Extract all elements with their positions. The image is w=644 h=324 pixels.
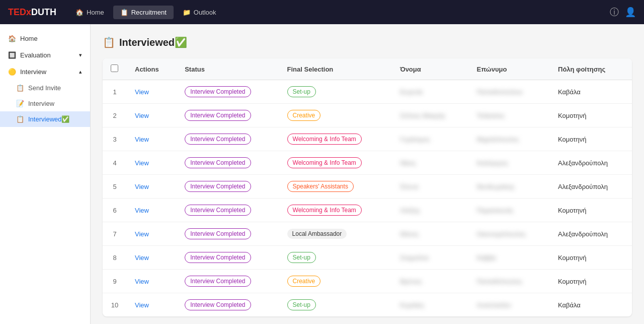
- status-badge: Interview Completed: [185, 110, 251, 121]
- row-number: 6: [103, 199, 127, 222]
- col-status: Status: [177, 58, 279, 80]
- chevron-up-icon: ▴: [79, 69, 82, 75]
- view-link[interactable]: View: [135, 183, 149, 190]
- row-first-name: Νίκος: [392, 151, 469, 175]
- status-badge: Interview Completed: [185, 299, 251, 310]
- view-link[interactable]: View: [135, 230, 149, 238]
- table-container: Actions Status Final Selection Όνομα Επώ…: [103, 58, 632, 316]
- view-link[interactable]: View: [135, 207, 149, 214]
- sidebar-send-invite-label: Send Invite: [28, 84, 61, 92]
- send-invite-icon: 📋: [16, 84, 24, 92]
- row-city: Καβάλα: [550, 293, 632, 317]
- nav-recruitment[interactable]: 📋 Recruitment: [113, 6, 174, 19]
- selection-badge: Set-up: [287, 86, 316, 97]
- row-first-name: Έλενα: [392, 175, 469, 199]
- table-row: 4 View Interview Completed Welcoming & I…: [103, 151, 632, 175]
- row-first-name: Ευγενία: [392, 80, 469, 104]
- sidebar-item-send-invite[interactable]: 📋 Send Invite: [0, 80, 90, 96]
- selection-badge: Welcoming & Info Team: [287, 157, 362, 168]
- row-number: 9: [103, 270, 127, 293]
- row-city: Κομοτηνή: [550, 127, 632, 151]
- logo[interactable]: TEDx DUTH: [8, 7, 56, 18]
- row-number: 8: [103, 246, 127, 270]
- selection-badge: Creative: [287, 110, 321, 121]
- row-city: Κομοτηνή: [550, 270, 632, 293]
- row-city: Καβάλα: [550, 80, 632, 104]
- row-first-name: Κυριάκη: [392, 293, 469, 317]
- view-link[interactable]: View: [135, 136, 149, 143]
- row-number: 1: [103, 80, 127, 104]
- logo-duth: DUTH: [31, 7, 56, 18]
- row-first-name: Αλέξης: [392, 199, 469, 222]
- row-actions: View: [127, 293, 177, 317]
- row-selection: Set-up: [279, 246, 392, 270]
- row-last-name: Παπαδόπουλος: [468, 270, 550, 293]
- status-badge: Interview Completed: [185, 157, 251, 168]
- sidebar-interviewed-label: Interviewed✅: [28, 115, 69, 123]
- row-actions: View: [127, 199, 177, 222]
- row-status: Interview Completed: [177, 293, 279, 317]
- row-first-name: Βγένιος: [392, 270, 469, 293]
- view-link[interactable]: View: [135, 278, 149, 285]
- table-row: 5 View Interview Completed Speakers' Ass…: [103, 175, 632, 199]
- sidebar-item-interviewed[interactable]: 📋 Interviewed✅: [0, 111, 90, 127]
- nav-icons: ⓘ 👤: [610, 6, 636, 18]
- selection-badge: Welcoming & Info Team: [287, 205, 362, 216]
- nav-outlook[interactable]: 📁 Outlook: [176, 6, 223, 19]
- row-actions: View: [127, 80, 177, 104]
- col-last-name: Επώνυμο: [468, 58, 550, 80]
- status-badge: Interview Completed: [185, 205, 251, 216]
- user-icon[interactable]: 👤: [625, 7, 636, 18]
- view-link[interactable]: View: [135, 254, 149, 262]
- interviewed-table: Actions Status Final Selection Όνομα Επώ…: [103, 58, 632, 316]
- table-header-row: Actions Status Final Selection Όνομα Επώ…: [103, 58, 632, 80]
- row-status: Interview Completed: [177, 175, 279, 199]
- status-badge: Interview Completed: [185, 228, 251, 239]
- sidebar-item-evaluation[interactable]: 🔲 Evaluation ▾: [0, 47, 90, 63]
- sidebar-item-home[interactable]: 🏠 Home: [0, 30, 90, 47]
- row-city: Αλεξανδρούπολη: [550, 175, 632, 199]
- row-first-name: Γεράσιμος: [392, 127, 469, 151]
- table-row: 9 View Interview Completed Creative Βγέν…: [103, 270, 632, 293]
- top-nav-items: 🏠 Home 📋 Recruitment 📁 Outlook: [68, 6, 610, 19]
- sidebar: 🏠 Home 🔲 Evaluation ▾ 🟡 Interview ▴ 📋 Se…: [0, 24, 91, 324]
- table-row: 8 View Interview Completed Set-up Σταματ…: [103, 246, 632, 270]
- page-title-icon: 📋: [103, 36, 115, 48]
- row-last-name: Καλόγερος: [468, 151, 550, 175]
- col-final-selection: Final Selection: [279, 58, 392, 80]
- row-number: 10: [103, 293, 127, 317]
- view-link[interactable]: View: [135, 301, 149, 309]
- select-all-checkbox[interactable]: [111, 64, 118, 72]
- col-city: Πόλη φοίτησης: [550, 58, 632, 80]
- view-link[interactable]: View: [135, 88, 149, 96]
- row-last-name: Οικονομόπουλος: [468, 222, 550, 246]
- row-status: Interview Completed: [177, 127, 279, 151]
- row-actions: View: [127, 104, 177, 127]
- sidebar-home-label: Home: [20, 35, 38, 42]
- row-city: Κομοτηνή: [550, 199, 632, 222]
- row-actions: View: [127, 222, 177, 246]
- col-actions: Actions: [127, 58, 177, 80]
- sidebar-item-interview[interactable]: 🟡 Interview ▴: [0, 63, 90, 80]
- help-icon[interactable]: ⓘ: [610, 6, 619, 18]
- row-number: 7: [103, 222, 127, 246]
- row-selection: Welcoming & Info Team: [279, 199, 392, 222]
- row-last-name: Μιχαλόπουλος: [468, 127, 550, 151]
- sidebar-item-interview-sub[interactable]: 📝 Interview: [0, 96, 90, 111]
- selection-badge: Set-up: [287, 299, 316, 310]
- top-nav: TEDx DUTH 🏠 Home 📋 Recruitment 📁 Outlook…: [0, 0, 644, 24]
- status-badge: Interview Completed: [185, 252, 251, 263]
- status-badge: Interview Completed: [185, 181, 251, 192]
- row-number: 3: [103, 127, 127, 151]
- col-first-name: Όνομα: [392, 58, 469, 80]
- nav-home[interactable]: 🏠 Home: [68, 6, 111, 19]
- row-status: Interview Completed: [177, 222, 279, 246]
- row-city: Αλεξανδρούπολη: [550, 222, 632, 246]
- sidebar-interview-label: Interview: [20, 68, 46, 76]
- row-selection: Creative: [279, 104, 392, 127]
- row-selection: Set-up: [279, 293, 392, 317]
- view-link[interactable]: View: [135, 159, 149, 167]
- view-link[interactable]: View: [135, 112, 149, 119]
- row-last-name: Τσάκαλος: [468, 104, 550, 127]
- main-layout: 🏠 Home 🔲 Evaluation ▾ 🟡 Interview ▴ 📋 Se…: [0, 24, 644, 324]
